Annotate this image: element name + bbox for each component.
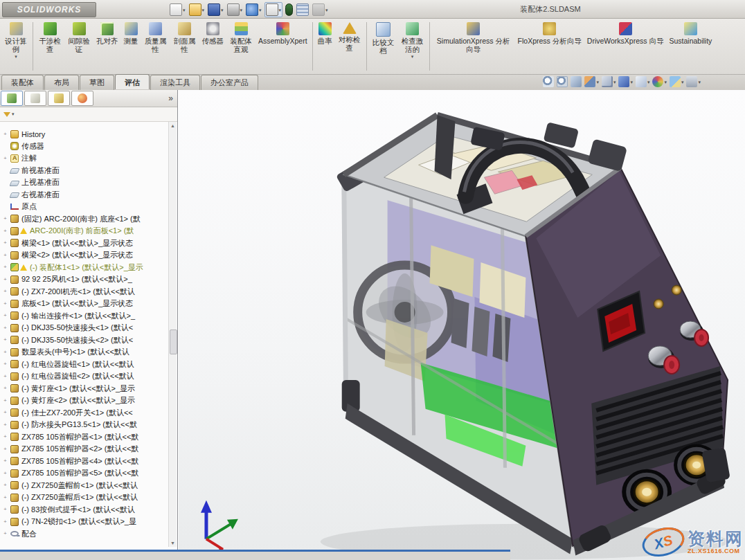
new-document-icon[interactable]: ▾ bbox=[169, 3, 186, 17]
part-icon bbox=[10, 421, 19, 429]
tree-item[interactable]: + History bbox=[0, 128, 169, 141]
tree-item[interactable]: + (-) ZX7250盖帽后<1> (默认<<默认 bbox=[0, 491, 169, 504]
display-style-icon[interactable]: ▾ bbox=[618, 76, 633, 87]
ribbon-tool[interactable]: FloXpress 分析向导 bbox=[515, 19, 584, 47]
tree-item[interactable]: + (-) 红电位器旋钮<1> (默认<<默认 bbox=[0, 359, 169, 371]
tree-item[interactable]: + (-) 83按倒式提手<1> (默认<<默认 bbox=[0, 504, 169, 516]
zoom-area-icon[interactable] bbox=[557, 76, 568, 87]
tree-item[interactable]: + ZX785 105首帽护器<4> (默认<<默 bbox=[0, 455, 169, 468]
ribbon-tool[interactable]: 剖面属性 bbox=[170, 19, 199, 55]
indicator-light[interactable] bbox=[654, 299, 663, 309]
tree-item[interactable]: + (-) 装配体1<1> (默认<默认>_显示 bbox=[0, 262, 169, 274]
tree-item[interactable]: + ARC-200I(南非) 前面板<1> (默 bbox=[0, 225, 169, 237]
propertymanager-tab-icon[interactable] bbox=[24, 91, 46, 106]
tree-item[interactable]: + (-) DKJ35-50快速接头<2> (默认< bbox=[0, 334, 169, 347]
tree-item[interactable]: + (-) 红电位器旋钮<2> (默认<<默认 bbox=[0, 370, 169, 383]
tree-filter-bar[interactable]: ▾ bbox=[0, 107, 177, 122]
commandmanager-tab[interactable]: 布局 bbox=[44, 75, 79, 90]
tree-item[interactable]: 右视基准面 bbox=[0, 189, 169, 201]
hide-show-items-icon[interactable]: ▾ bbox=[636, 76, 650, 87]
save-icon[interactable]: ▾ bbox=[207, 3, 224, 17]
ribbon-tool[interactable]: DriveWorksXpress 向导 bbox=[584, 19, 667, 47]
ribbon-tool[interactable]: 比较文档 bbox=[369, 19, 398, 56]
tree-item[interactable]: + ZX785 105首帽护器<1> (默认<<默 bbox=[0, 431, 169, 444]
scrollbar-thumb[interactable] bbox=[170, 329, 177, 354]
ribbon-tool[interactable] bbox=[429, 22, 430, 71]
tree-item[interactable]: + 横梁<2> (默认<<默认>_显示状态 bbox=[0, 249, 169, 262]
indicator-light[interactable] bbox=[672, 285, 681, 295]
commandmanager-tab[interactable]: 草图 bbox=[80, 75, 114, 90]
ribbon-tool[interactable]: 传感器 bbox=[199, 19, 227, 47]
ribbon-tool[interactable]: 设计算例 ▾ bbox=[1, 19, 30, 61]
file-properties-icon[interactable] bbox=[296, 3, 309, 17]
commandmanager-tab[interactable]: 评估 bbox=[115, 74, 150, 89]
commandmanager-tab[interactable]: 渲染工具 bbox=[150, 75, 200, 90]
options-icon[interactable]: ▾ bbox=[312, 3, 329, 17]
ribbon-tool[interactable]: 装配体直观 bbox=[226, 19, 255, 55]
panel-flyout-chevron[interactable]: » bbox=[164, 93, 177, 103]
graphics-viewport[interactable] bbox=[179, 90, 745, 560]
tree-scrollbar[interactable]: ▲ ▼ bbox=[168, 122, 177, 547]
ribbon-tool[interactable]: 质量属性 bbox=[141, 19, 170, 55]
print-icon[interactable]: ▾ bbox=[226, 3, 244, 17]
view-orientation-icon[interactable]: ▾ bbox=[602, 76, 616, 87]
edit-appearance-icon[interactable]: ▾ bbox=[652, 76, 667, 87]
ribbon-tool[interactable]: 检查激活的 ▾ bbox=[398, 19, 427, 61]
compare-documents-icon bbox=[376, 22, 391, 37]
tree-item[interactable]: + 注解 bbox=[0, 152, 169, 165]
assemblyxpert-icon bbox=[276, 22, 289, 35]
tree-item[interactable]: + (-) DKJ35-50快速接头<1> (默认< bbox=[0, 322, 169, 334]
appearances-tab-icon[interactable] bbox=[71, 91, 93, 106]
ribbon-tool[interactable]: 间隙验证 bbox=[64, 19, 93, 55]
ribbon-tool[interactable] bbox=[366, 22, 367, 71]
tree-item[interactable]: + 92 92 25风机<1> (默认<<默认>_ bbox=[0, 273, 169, 286]
model-3d-welding-machine[interactable] bbox=[179, 90, 745, 560]
tree-item[interactable]: + (-) 7N-2锁扣<1> (默认<<默认>_显 bbox=[0, 516, 169, 528]
ribbon-tool[interactable]: Sustainability bbox=[666, 19, 715, 47]
configurationmanager-tab-icon[interactable] bbox=[48, 91, 70, 106]
ribbon-tool[interactable]: 干涉检查 bbox=[35, 19, 64, 55]
tree-item[interactable]: 传感器 bbox=[0, 141, 169, 153]
featuremanager-tab-icon[interactable] bbox=[1, 91, 23, 106]
tree-item[interactable]: + ZX785 105首帽护器<2> (默认<<默 bbox=[0, 443, 169, 455]
tree-item[interactable]: + (-) ZX7-200I机壳<1> (默认<<默认 bbox=[0, 286, 169, 298]
previous-view-icon[interactable] bbox=[571, 76, 582, 87]
ribbon-tool[interactable]: 测量 bbox=[121, 19, 141, 47]
ribbon-tool[interactable]: 孔对齐 bbox=[93, 19, 121, 47]
ribbon-tool[interactable] bbox=[33, 22, 33, 71]
tree-item[interactable]: + (-) 佳士ZX7-200开关<1> (默认<< bbox=[0, 407, 169, 419]
panel-tab-bar: » bbox=[0, 90, 177, 107]
section-view-icon[interactable]: ▾ bbox=[584, 76, 599, 87]
rebuild-icon[interactable] bbox=[285, 3, 294, 17]
tree-item[interactable]: + (固定) ARC-200I(南非) 底座<1> (默 bbox=[0, 213, 169, 226]
commandmanager-tab[interactable]: 装配体 bbox=[1, 75, 44, 90]
ribbon-tool[interactable]: SimulationXpress 分析向导 bbox=[432, 19, 515, 55]
tree-item[interactable]: 前视基准面 bbox=[0, 165, 169, 177]
zoom-fit-icon[interactable] bbox=[543, 76, 554, 87]
select-icon[interactable]: ▾ bbox=[264, 2, 283, 17]
tree-item[interactable]: + (-) 黄灯座<1> (默认<<默认>_显示 bbox=[0, 383, 169, 395]
tree-item[interactable]: 原点 bbox=[0, 201, 169, 213]
view-settings-icon[interactable]: ▾ bbox=[686, 76, 701, 87]
scroll-down-icon[interactable]: ▼ bbox=[169, 541, 177, 545]
apply-scene-icon[interactable]: ▾ bbox=[670, 76, 684, 87]
tree-item[interactable]: + (-) 防水接头PG13.5<1> (默认<<默 bbox=[0, 419, 169, 431]
tree-item[interactable]: + (-) 输出连接件<1> (默认<<默认>_ bbox=[0, 310, 169, 323]
ribbon-tool[interactable]: 曲率 bbox=[315, 19, 335, 47]
undo-icon[interactable]: ▾ bbox=[245, 3, 262, 17]
ribbon-tool[interactable]: 对称检查 bbox=[335, 19, 364, 53]
commandmanager-tab[interactable]: 办公室产品 bbox=[201, 75, 258, 90]
tree-item[interactable]: + (-) ZX7250盖帽前<1> (默认<<默认 bbox=[0, 480, 169, 492]
tree-item[interactable]: 上视基准面 bbox=[0, 177, 169, 189]
tree-item[interactable]: + 配合 bbox=[0, 528, 169, 541]
tree-item[interactable]: + (-) 黄灯座<2> (默认<<默认>_显示 bbox=[0, 395, 169, 407]
tree-item[interactable]: + 底板<1> (默认<<默认>_显示状态 bbox=[0, 298, 169, 310]
tree-item[interactable]: + 横梁<1> (默认<<默认>_显示状态 bbox=[0, 237, 169, 250]
tree-item[interactable]: + ZX785 105首帽护器<5> (默认<<默 bbox=[0, 467, 169, 480]
ribbon-tool[interactable]: AssemblyXpert bbox=[255, 19, 310, 47]
plane-icon bbox=[9, 168, 19, 174]
ribbon-tool[interactable] bbox=[312, 22, 313, 71]
scroll-up-icon[interactable]: ▲ bbox=[169, 123, 177, 128]
open-icon[interactable]: ▾ bbox=[188, 3, 206, 17]
tree-item[interactable]: + 数显表头(中号)<1> (默认<<默认 bbox=[0, 346, 169, 359]
